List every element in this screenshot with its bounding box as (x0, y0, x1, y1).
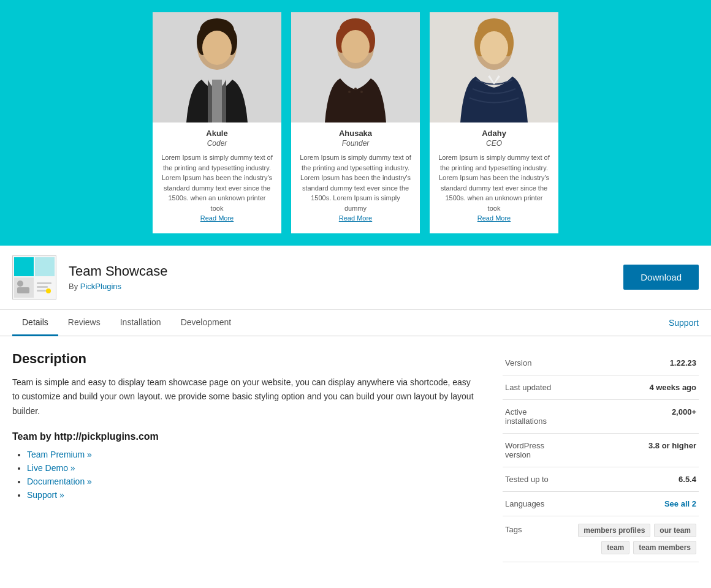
tab-development[interactable]: Development (171, 310, 241, 336)
meta-value-installations: 2,000+ (562, 399, 699, 433)
svg-point-17 (360, 91, 363, 93)
plugin-icon-cell-3 (14, 277, 34, 298)
meta-label-wp-version: WordPress version (503, 433, 562, 467)
meta-label-tested: Tested up to (503, 467, 562, 491)
svg-rect-28 (37, 286, 48, 288)
team-card-image-3 (430, 12, 558, 123)
tag-team-members[interactable]: team members (633, 541, 696, 554)
member-name-1: Akule (161, 129, 273, 138)
meta-label-tags: Tags (503, 516, 562, 562)
tag-members-profiles[interactable]: members profiles (578, 524, 650, 537)
list-item-2: Live Demo » (27, 463, 478, 473)
plugin-author: By PickPlugins (69, 282, 611, 291)
description-subtitle: Team by http://pickplugins.com (12, 431, 478, 442)
svg-rect-26 (17, 287, 29, 293)
meta-row-languages: Languages See all 2 (503, 491, 699, 516)
meta-table: Version 1.22.23 Last updated 4 weeks ago… (503, 351, 699, 562)
team-card-image-1 (153, 12, 281, 123)
content-right: Version 1.22.23 Last updated 4 weeks ago… (503, 351, 699, 562)
meta-row-tags: Tags members profiles our team team team… (503, 516, 699, 562)
link-live-demo[interactable]: Live Demo » (27, 463, 75, 473)
description-title: Description (12, 351, 478, 367)
download-button[interactable]: Download (623, 265, 699, 290)
meta-row-tested: Tested up to 6.5.4 (503, 467, 699, 491)
meta-value-tags: members profiles our team team team memb… (562, 516, 699, 562)
tags-container: members profiles our team team team memb… (565, 524, 696, 554)
read-more-3[interactable]: Read More (477, 214, 511, 222)
meta-value-version: 1.22.23 (562, 351, 699, 375)
link-team-premium[interactable]: Team Premium » (27, 450, 92, 459)
team-card-3: Adahy CEO Lorem Ipsum is simply dummy te… (430, 12, 558, 233)
meta-row-installations: Active installations 2,000+ (503, 399, 699, 433)
member-desc-2: Lorem Ipsum is simply dummy text of the … (300, 153, 411, 224)
meta-value-wp-version: 3.8 or higher (562, 433, 699, 467)
svg-rect-7 (212, 80, 222, 123)
meta-value-updated: 4 weeks ago (562, 375, 699, 399)
plugin-info: Team Showcase By PickPlugins (69, 263, 611, 291)
member-role-1: Coder (161, 139, 273, 148)
svg-point-6 (202, 31, 232, 65)
hero-banner: Akule Coder Lorem Ipsum is simply dummy … (0, 0, 711, 246)
support-link[interactable]: Support (669, 311, 699, 335)
link-documentation[interactable]: Documentation » (27, 477, 92, 486)
svg-point-14 (341, 30, 370, 63)
plugin-author-link[interactable]: PickPlugins (80, 282, 121, 291)
plugin-icon-cell-4 (35, 277, 55, 298)
list-item-3: Documentation » (27, 477, 478, 486)
plugin-title: Team Showcase (69, 263, 611, 279)
svg-point-15 (348, 91, 351, 93)
meta-label-installations: Active installations (503, 399, 562, 433)
team-card-2: Ahusaka Founder Lorem Ipsum is simply du… (291, 12, 420, 233)
member-role-3: CEO (438, 139, 550, 148)
team-card-body-3: Adahy CEO Lorem Ipsum is simply dummy te… (430, 123, 558, 224)
team-card-body-2: Ahusaka Founder Lorem Ipsum is simply du… (291, 123, 420, 224)
tag-our-team[interactable]: our team (654, 524, 696, 537)
member-name-2: Ahusaka (300, 129, 411, 138)
meta-label-version: Version (503, 351, 562, 375)
svg-point-16 (354, 88, 357, 90)
link-support[interactable]: Support » (27, 490, 64, 500)
read-more-2[interactable]: Read More (339, 214, 372, 222)
svg-point-24 (480, 31, 508, 64)
team-card-body-1: Akule Coder Lorem Ipsum is simply dummy … (153, 123, 281, 224)
list-item-1: Team Premium » (27, 450, 478, 459)
team-card-image-2 (291, 12, 420, 123)
meta-label-updated: Last updated (503, 375, 562, 399)
member-desc-1: Lorem Ipsum is simply dummy text of the … (161, 153, 273, 224)
svg-point-25 (17, 281, 23, 287)
meta-row-version: Version 1.22.23 (503, 351, 699, 375)
member-desc-3: Lorem Ipsum is simply dummy text of the … (438, 153, 550, 224)
read-more-1[interactable]: Read More (200, 214, 234, 222)
tag-team[interactable]: team (601, 541, 629, 554)
description-links: Team Premium » Live Demo » Documentation… (12, 450, 478, 500)
meta-row-wp-version: WordPress version 3.8 or higher (503, 433, 699, 467)
languages-link[interactable]: See all 2 (664, 499, 696, 508)
member-name-3: Adahy (438, 129, 550, 138)
description-body: Team is simple and easy to display team … (12, 375, 478, 419)
tab-details[interactable]: Details (12, 310, 58, 336)
team-card-1: Akule Coder Lorem Ipsum is simply dummy … (153, 12, 281, 233)
svg-point-32 (47, 290, 49, 292)
tab-installation[interactable]: Installation (110, 310, 171, 336)
tab-reviews[interactable]: Reviews (58, 310, 110, 336)
meta-label-languages: Languages (503, 491, 562, 516)
list-item-4: Support » (27, 490, 478, 500)
meta-row-updated: Last updated 4 weeks ago (503, 375, 699, 399)
plugin-header: Team Showcase By PickPlugins Download (0, 246, 711, 310)
meta-value-languages: See all 2 (562, 491, 699, 516)
content-left: Description Team is simple and easy to d… (12, 351, 478, 562)
plugin-icon-cell-2 (35, 257, 55, 276)
meta-value-tested: 6.5.4 (562, 467, 699, 491)
tabs-bar: Details Reviews Installation Development… (0, 310, 711, 336)
member-role-2: Founder (300, 139, 411, 148)
main-content: Description Team is simple and easy to d… (0, 351, 711, 587)
svg-rect-27 (37, 282, 51, 284)
plugin-icon (12, 255, 56, 300)
plugin-icon-cell-1 (14, 257, 34, 276)
